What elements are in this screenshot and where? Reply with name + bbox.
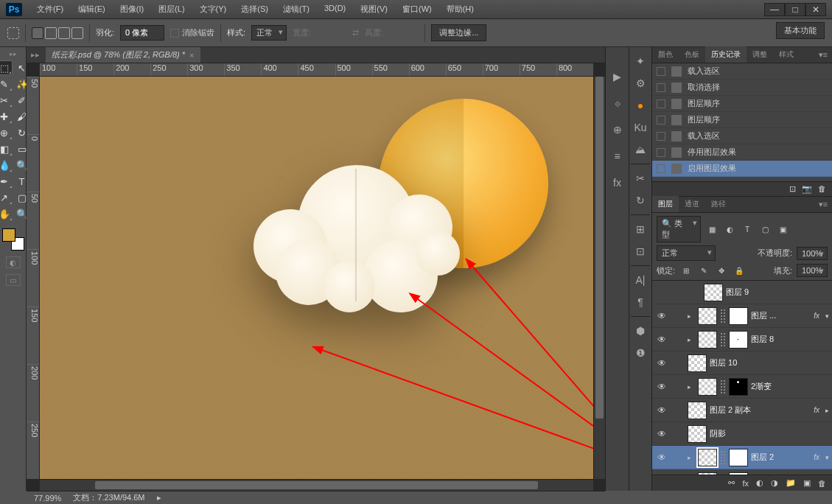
history-item[interactable]: 载入选区 <box>652 63 832 80</box>
lock-pos-icon[interactable]: ✥ <box>715 265 728 276</box>
visibility-icon[interactable]: 👁 <box>655 429 668 439</box>
tab-color[interactable]: 颜色 <box>652 46 679 63</box>
blend-mode-dropdown[interactable]: 正常 <box>657 245 716 261</box>
layer-row[interactable]: 图层 9 <box>652 281 832 304</box>
document-tab-close[interactable]: × <box>189 51 194 60</box>
workspace-switcher[interactable]: 基本功能 <box>776 22 825 39</box>
filter-adjust-icon[interactable]: ◐ <box>723 224 736 234</box>
gear-icon[interactable]: ⚙ <box>632 74 649 92</box>
layer-row[interactable]: 👁▸2渐变 <box>652 375 832 399</box>
history-list[interactable]: 载入选区 取消选择 图层顺序 图层顺序 载入选区 停用图层效果 启用图层效果 <box>652 63 832 181</box>
grid1-icon[interactable]: ⊞ <box>632 220 649 238</box>
menu-layer[interactable]: 图层(L) <box>153 1 190 17</box>
history-item-selected[interactable]: 启用图层效果 <box>652 161 832 177</box>
visibility-icon[interactable]: 👁 <box>655 311 668 321</box>
menu-view[interactable]: 视图(V) <box>354 1 394 17</box>
layer-mask-icon[interactable]: ◐ <box>756 478 763 488</box>
vertical-scrollbar[interactable] <box>593 77 605 479</box>
tool-preset-icon[interactable] <box>7 27 19 39</box>
menu-file[interactable]: 文件(F) <box>31 1 69 17</box>
info-icon[interactable]: ❶ <box>632 344 649 362</box>
styles-icon[interactable]: fx <box>609 174 626 192</box>
style-dropdown[interactable]: 正常 <box>251 25 287 41</box>
history-item[interactable]: 停用图层效果 <box>652 144 832 161</box>
layer-row[interactable]: 👁阴影 <box>652 422 832 446</box>
filter-pixel-icon[interactable]: ▦ <box>705 224 719 234</box>
intersect-selection-icon[interactable] <box>71 27 83 39</box>
camera-icon[interactable]: 📷 <box>802 184 812 194</box>
tab-paths[interactable]: 路径 <box>705 196 732 212</box>
blur-tool[interactable]: 💧 <box>0 158 13 172</box>
marquee-tool[interactable]: ⬚ <box>0 60 13 75</box>
horizontal-ruler[interactable]: 1001502002503003504004505005506006507007… <box>40 63 593 77</box>
vertical-ruler[interactable]: 50050100150200250 <box>27 77 40 479</box>
visibility-icon[interactable]: 👁 <box>655 452 668 463</box>
play-icon[interactable]: ▶ <box>609 68 626 85</box>
menu-edit[interactable]: 编辑(E) <box>72 1 111 17</box>
tab-styles[interactable]: 样式 <box>773 46 800 63</box>
snapshot-icon[interactable]: ⊡ <box>789 184 796 194</box>
menu-type[interactable]: 文字(Y) <box>194 1 233 17</box>
menu-image[interactable]: 图像(I) <box>114 1 150 17</box>
layers-menu-icon[interactable]: ▾≡ <box>814 197 832 212</box>
stamp-tool[interactable]: ⊕ <box>0 125 13 140</box>
menu-help[interactable]: 帮助(H) <box>441 1 480 17</box>
path-tool[interactable]: ↗ <box>0 190 13 205</box>
close-button[interactable]: ✕ <box>805 3 826 16</box>
trash-icon[interactable]: 🗑 <box>818 184 826 194</box>
quickmask-icon[interactable]: ◐ <box>6 256 21 268</box>
3d-icon[interactable]: ⬢ <box>632 322 649 340</box>
menu-window[interactable]: 窗口(W) <box>396 1 438 17</box>
refine-edge-button[interactable]: 调整边缘... <box>431 24 486 41</box>
hand-tool[interactable]: ✋ <box>0 206 13 221</box>
tab-adjust[interactable]: 调整 <box>747 46 773 63</box>
refresh-icon[interactable]: ↻ <box>632 192 649 209</box>
horizontal-scrollbar[interactable] <box>40 479 593 491</box>
eraser-tool[interactable]: ◧ <box>0 141 13 156</box>
canvas[interactable] <box>40 77 593 479</box>
crop-tool[interactable]: ✂ <box>0 93 13 108</box>
new-selection-icon[interactable] <box>32 27 43 39</box>
grid2-icon[interactable]: ⊡ <box>632 242 649 260</box>
paragraph2-icon[interactable]: ¶ <box>632 293 649 311</box>
color-wheel-icon[interactable]: ● <box>632 97 649 114</box>
layer-row[interactable]: 👁▸图层 4 ... <box>652 469 832 475</box>
screenmode-icon[interactable]: ▭ <box>6 274 21 286</box>
history-item[interactable]: 图层顺序 <box>652 96 832 112</box>
filter-kind-dropdown[interactable]: 🔍 类型 <box>657 216 701 242</box>
tab-channels[interactable]: 通道 <box>679 196 705 212</box>
filter-smart-icon[interactable]: ▣ <box>776 224 789 234</box>
document-info[interactable]: 文档：7.23M/94.6M <box>73 492 144 503</box>
tab-history[interactable]: 历史记录 <box>705 46 747 63</box>
nav-icon[interactable]: ✦ <box>632 52 649 70</box>
opacity-input[interactable]: 100% <box>797 247 828 260</box>
zoom-level[interactable]: 77.99% <box>34 494 61 503</box>
scissors-icon[interactable]: ✂ <box>632 169 649 187</box>
layer-row-selected[interactable]: 👁▸图层 2fx▾ <box>652 446 832 469</box>
minimize-button[interactable]: — <box>764 3 785 16</box>
feather-input[interactable]: 0 像素 <box>120 25 164 41</box>
brush-preset-icon[interactable]: ⟐ <box>609 94 626 112</box>
tab-layers[interactable]: 图层 <box>652 196 679 212</box>
character-icon[interactable]: A| <box>632 271 649 289</box>
layer-row[interactable]: 👁图层 2 副本fx▸ <box>652 399 832 422</box>
kuler-icon[interactable]: Ku <box>632 119 649 136</box>
lasso-tool[interactable]: ✎ <box>0 77 13 91</box>
clone-source-icon[interactable]: ⊕ <box>609 121 626 139</box>
subtract-selection-icon[interactable] <box>58 27 70 39</box>
add-selection-icon[interactable] <box>45 27 57 39</box>
toolbox-flyout-icon[interactable]: ▸▸ <box>10 50 17 57</box>
visibility-icon[interactable]: 👁 <box>655 335 668 345</box>
history-item[interactable]: 图层顺序 <box>652 112 832 128</box>
foreground-color[interactable] <box>2 228 15 242</box>
pen-tool[interactable]: ✒ <box>0 174 13 189</box>
menu-filter[interactable]: 滤镜(T) <box>277 1 315 17</box>
lock-all-icon[interactable]: 🔒 <box>733 265 746 276</box>
fill-input[interactable]: 100% <box>797 264 828 277</box>
new-layer-icon[interactable]: ▣ <box>803 478 811 488</box>
lock-paint-icon[interactable]: ✎ <box>697 265 710 276</box>
group-icon[interactable]: 📁 <box>786 478 796 488</box>
layer-row[interactable]: 👁▸·图层 8 <box>652 328 832 351</box>
filter-type-icon[interactable]: T <box>741 224 754 234</box>
tab-flyout-icon[interactable]: ▸▸ <box>31 50 40 60</box>
